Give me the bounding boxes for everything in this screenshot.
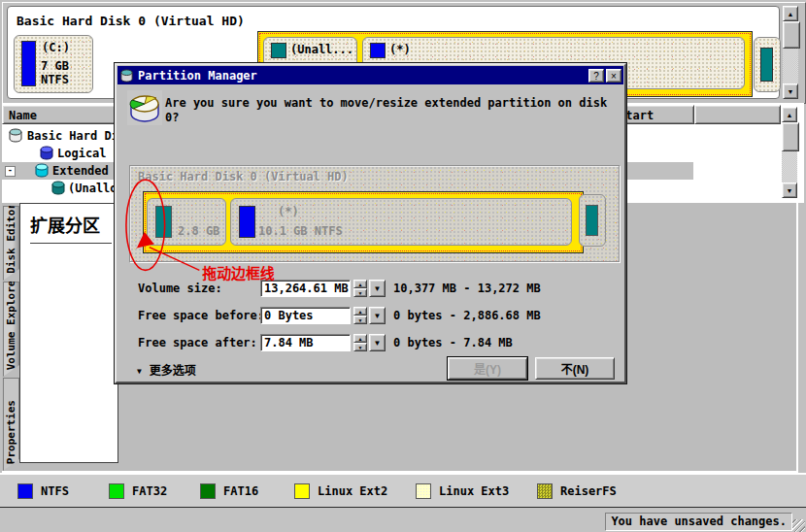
free-space-before-row: Free space before: ▲ ▼ ▼ 0 bytes - 2,886… xyxy=(138,307,623,324)
disk-icon xyxy=(50,181,66,195)
free-space-after-input[interactable] xyxy=(260,334,351,351)
fat16-color-swatch xyxy=(200,483,216,499)
unallocated-bar xyxy=(760,48,773,82)
dialog-message: Are you sure you want to move/resize ext… xyxy=(165,96,623,125)
unit-dropdown-button[interactable]: ▼ xyxy=(369,334,386,351)
legend-label: FAT16 xyxy=(223,484,258,498)
partition-manager-window: Basic Hard Disk 0 (Virtual HD) (C:) 7 GB… xyxy=(0,0,806,532)
yes-button[interactable]: 是(Y) xyxy=(448,357,527,380)
free-space-after-spinner[interactable]: ▲ ▼ xyxy=(353,334,367,351)
disk-view-title: Basic Hard Disk 0 (Virtual HD) xyxy=(138,170,349,183)
ntfs-usage-bar xyxy=(21,41,36,86)
disk-icon xyxy=(39,146,54,160)
tab-disk-editor[interactable]: Disk Editor xyxy=(3,206,19,281)
scrollbar-thumb[interactable] xyxy=(783,21,800,49)
tab-label: Properties xyxy=(5,400,17,470)
dialog-block-small-unallocated[interactable] xyxy=(579,194,606,247)
ntfs-bar xyxy=(239,206,255,238)
spin-down-icon[interactable]: ▼ xyxy=(353,288,367,297)
unit-dropdown-button[interactable]: ▼ xyxy=(369,280,386,297)
ext3-color-swatch xyxy=(416,483,431,499)
partition-name: (*) xyxy=(389,43,411,56)
free-space-after-row: Free space after: ▲ ▼ ▼ 0 bytes - 7.84 M… xyxy=(138,334,623,351)
tab-properties[interactable]: Properties xyxy=(3,378,19,471)
dialog-block-free-space[interactable]: 2.8 GB xyxy=(147,198,226,246)
spin-up-icon[interactable]: ▲ xyxy=(353,334,367,343)
close-button[interactable]: × xyxy=(606,69,621,83)
table-scrollbar[interactable]: ▲ ▼ xyxy=(782,107,799,200)
field-label: Free space before: xyxy=(138,309,264,322)
scroll-down-button[interactable]: ▼ xyxy=(783,83,798,99)
dialog-titlebar[interactable]: Partition Manager ? × xyxy=(118,66,623,84)
resize-grip[interactable] xyxy=(792,519,805,532)
legend-label: NTFS xyxy=(41,484,69,498)
volume-size-row: Volume size: ▲ ▼ ▼ 10,377 MB - 13,272 MB xyxy=(138,280,623,297)
collapse-expander-icon[interactable]: - xyxy=(5,166,16,177)
spin-down-icon[interactable]: ▼ xyxy=(353,343,367,351)
legend-label: Linux Ext2 xyxy=(318,484,387,498)
partition-name: (C:) xyxy=(42,41,70,54)
extended-partition-frame[interactable]: 2.8 GB (*) 10.1 GB NTFS xyxy=(143,191,584,253)
no-button[interactable]: 不(N) xyxy=(535,357,615,380)
spin-down-icon[interactable]: ▼ xyxy=(353,316,367,324)
partition-block-small-unallocated[interactable] xyxy=(754,37,781,92)
spin-up-icon[interactable]: ▲ xyxy=(353,307,367,316)
dialog-disk-view: Basic Hard Disk 0 (Virtual HD) 2.8 GB (*… xyxy=(129,165,620,262)
field-label: Volume size: xyxy=(138,282,222,295)
legend-label: ReiserFS xyxy=(560,484,617,498)
partition-block-c[interactable]: (C:) 7 GB NTFS xyxy=(14,35,93,93)
unit-dropdown-button[interactable]: ▼ xyxy=(369,307,386,324)
free-space-bar xyxy=(155,206,172,238)
block-name: (*) xyxy=(278,205,299,218)
block-size: 10.1 GB NTFS xyxy=(258,224,343,238)
tab-label: Disk Editor xyxy=(5,203,17,280)
scroll-down-button[interactable]: ▼ xyxy=(782,183,797,198)
help-button[interactable]: ? xyxy=(588,69,604,83)
volume-size-input[interactable] xyxy=(260,280,351,297)
disk-icon xyxy=(119,69,134,83)
ntfs-color-swatch xyxy=(17,483,33,499)
top-panel-scrollbar[interactable]: ▲ ▼ xyxy=(783,6,800,99)
scroll-up-button[interactable]: ▲ xyxy=(782,107,797,122)
spin-up-icon[interactable]: ▲ xyxy=(353,280,367,288)
column-header-filler xyxy=(694,105,781,124)
legend-label: FAT32 xyxy=(132,484,167,498)
legend-label: Linux Ext3 xyxy=(439,484,509,498)
free-space-before-input[interactable] xyxy=(260,307,351,324)
unallocated-bar xyxy=(586,205,598,236)
disk-title: Basic Hard Disk 0 (Virtual HD) xyxy=(17,14,245,28)
ntfs-color-square xyxy=(370,43,386,58)
partition-manager-dialog: Partition Manager ? × Are you sure you w… xyxy=(115,63,626,383)
title-underline xyxy=(30,243,112,244)
dialog-title: Partition Manager xyxy=(138,69,587,83)
dialog-block-logical-ntfs[interactable]: (*) 10.1 GB NTFS xyxy=(230,198,572,246)
properties-panel: 扩展分区 xyxy=(19,203,118,463)
filesystem-legend: NTFS FAT32 FAT16 Linux Ext2 Linux Ext3 R… xyxy=(0,473,806,509)
more-options-toggle[interactable]: ▼更多选项 xyxy=(137,361,196,378)
disk-icon xyxy=(34,163,50,178)
free-space-before-spinner[interactable]: ▲ ▼ xyxy=(353,307,367,324)
tab-label: Volume Explorer xyxy=(5,274,17,376)
tab-volume-explorer[interactable]: Volume Explorer xyxy=(3,282,19,377)
status-bar: You have unsaved changes. xyxy=(0,507,806,532)
volume-size-spinner[interactable]: ▲ ▼ xyxy=(353,280,367,297)
block-size: 2.8 GB xyxy=(178,224,219,238)
field-range: 10,377 MB - 13,272 MB xyxy=(393,282,541,295)
disk-icon xyxy=(8,128,23,143)
field-label: Free space after: xyxy=(138,336,257,349)
scroll-up-button[interactable]: ▲ xyxy=(783,6,798,21)
more-options-arrow-icon: ▼ xyxy=(137,367,142,376)
field-range: 0 bytes - 7.84 MB xyxy=(393,336,513,349)
scrollbar-thumb[interactable] xyxy=(782,122,799,151)
properties-title: 扩展分区 xyxy=(30,212,100,237)
reiserfs-color-swatch xyxy=(537,483,553,499)
unsaved-changes-status: You have unsaved changes. xyxy=(605,513,792,531)
field-range: 0 bytes - 2,886.68 MB xyxy=(393,309,541,322)
more-options-label: 更多选项 xyxy=(150,364,196,378)
partition-size: 7 GB NTFS xyxy=(41,59,92,86)
partition-name: (Unall... xyxy=(290,43,353,56)
unallocated-color-square xyxy=(271,43,286,58)
fat32-color-swatch xyxy=(109,483,124,499)
ext2-color-swatch xyxy=(294,483,310,499)
disk-pie-icon xyxy=(127,90,162,125)
